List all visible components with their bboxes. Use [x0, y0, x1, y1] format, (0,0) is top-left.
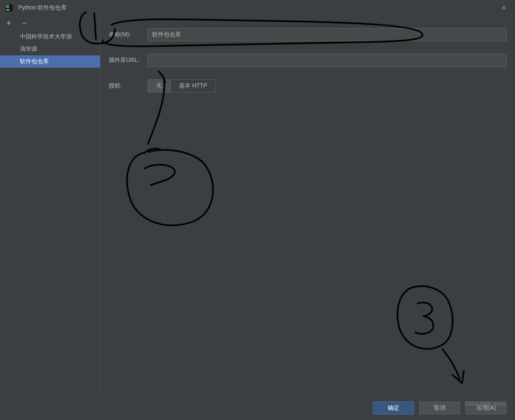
list-item[interactable]: 中国科学技术大学源: [0, 31, 100, 43]
svg-text:PC: PC: [7, 5, 11, 8]
name-input[interactable]: [148, 28, 507, 41]
window-title: Python 软件包仓库: [18, 4, 498, 12]
repo-list: 中国科学技术大学源 清华源 软件包仓库: [0, 31, 100, 396]
main-area: + − 中国科学技术大学源 清华源 软件包仓库 名称(M): 插件库URL: 授…: [0, 16, 515, 396]
close-button[interactable]: ×: [498, 2, 510, 14]
form-row-name: 名称(M):: [109, 28, 507, 41]
form-row-url: 插件库URL:: [109, 54, 507, 67]
pycharm-icon: PC: [5, 4, 13, 12]
add-button[interactable]: +: [3, 18, 14, 28]
auth-label: 授权:: [109, 82, 148, 90]
list-item[interactable]: 清华源: [0, 43, 100, 55]
svg-rect-2: [6, 9, 10, 10]
auth-segmented-control: 无 基本 HTTP: [148, 79, 216, 93]
content-pane: 名称(M): 插件库URL: 授权: 无 基本 HTTP: [100, 16, 515, 396]
cancel-button[interactable]: 取消: [419, 401, 460, 415]
sidebar: + − 中国科学技术大学源 清华源 软件包仓库: [0, 16, 100, 396]
url-input[interactable]: [148, 54, 507, 67]
url-label: 插件库URL:: [109, 57, 148, 64]
dialog-footer: 确定 取消 应用(A): [0, 396, 515, 420]
ok-button[interactable]: 确定: [373, 401, 414, 415]
apply-button[interactable]: 应用(A): [465, 401, 507, 415]
auth-basic-http-button[interactable]: 基本 HTTP: [171, 80, 215, 92]
form-row-auth: 授权: 无 基本 HTTP: [109, 79, 507, 93]
auth-none-button[interactable]: 无: [148, 80, 171, 92]
titlebar: PC Python 软件包仓库 ×: [0, 0, 515, 16]
name-label: 名称(M):: [109, 31, 148, 38]
sidebar-toolbar: + −: [0, 16, 100, 31]
list-item[interactable]: 软件包仓库: [0, 55, 100, 68]
remove-button[interactable]: −: [19, 18, 30, 28]
